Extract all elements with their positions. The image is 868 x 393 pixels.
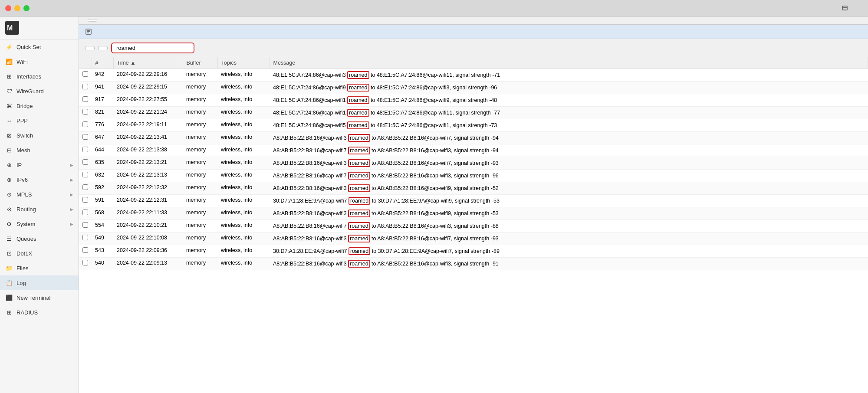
app-body: M ⚡Quick Set📶WiFi⊞Interfaces🛡WireGuard⌘B… xyxy=(0,16,868,393)
row-message: A8:AB:B5:22:B8:16@cap-wifi3 roamed to A8… xyxy=(270,157,868,170)
row-topics: wireless, info xyxy=(217,170,270,182)
row-num: 821 xyxy=(92,107,113,119)
row-checkbox[interactable] xyxy=(82,84,88,89)
row-message: A8:AB:B5:22:B8:16@cap-wifi3 roamed to A8… xyxy=(270,258,868,270)
row-checkbox[interactable] xyxy=(82,147,88,152)
row-checkbox[interactable] xyxy=(82,222,88,228)
sidebar-item-switch[interactable]: ⊠Switch xyxy=(0,128,79,143)
row-checkbox[interactable] xyxy=(82,235,88,240)
row-topics: wireless, info xyxy=(217,94,270,107)
table-row: 6322024-09-22 22:13:13memorywireless, in… xyxy=(79,170,868,182)
row-topics: wireless, info xyxy=(217,69,270,82)
sidebar-item-mpls[interactable]: ⊙MPLS▶ xyxy=(0,187,79,202)
row-message: A8:AB:B5:22:B8:16@cap-wifi3 roamed to A8… xyxy=(270,233,868,245)
col-header-buffer[interactable]: Buffer xyxy=(183,57,217,69)
row-num: 554 xyxy=(92,220,113,233)
sidebar-item-mesh[interactable]: ⊟Mesh xyxy=(0,143,79,157)
row-time: 2024-09-22 22:27:55 xyxy=(113,94,183,107)
row-topics: wireless, info xyxy=(217,132,270,144)
sidebar-item-wifi[interactable]: 📶WiFi xyxy=(0,54,79,69)
row-checkbox[interactable] xyxy=(82,260,88,265)
mpls-icon: ⊙ xyxy=(5,190,13,198)
row-message: A8:AB:B5:22:B8:16@cap-wifi3 roamed to A8… xyxy=(270,182,868,195)
queues-icon: ☰ xyxy=(5,235,13,242)
panel-header xyxy=(79,25,868,39)
row-num: 540 xyxy=(92,258,113,270)
row-message: A8:AB:B5:22:B8:16@cap-wifi7 roamed to A8… xyxy=(270,220,868,233)
sidebar-item-radius[interactable]: ⊞RADIUS xyxy=(0,305,79,320)
row-num: 549 xyxy=(92,233,113,245)
workspace-bar xyxy=(79,16,868,25)
sidebar-item-dot1x[interactable]: ⊡Dot1X xyxy=(0,246,79,261)
sidebar-item-quick-set[interactable]: ⚡Quick Set xyxy=(0,39,79,54)
radius-icon: ⊞ xyxy=(5,308,13,316)
sidebar-item-label-ip: IP xyxy=(16,162,22,168)
row-checkbox[interactable] xyxy=(82,184,88,190)
sidebar-item-ipv6[interactable]: ⊕IPv6▶ xyxy=(0,172,79,187)
sidebar-item-ip[interactable]: ⊕IP▶ xyxy=(0,157,79,172)
filter-field-dropdown[interactable] xyxy=(85,46,95,50)
row-time: 2024-09-22 22:12:32 xyxy=(113,182,183,195)
minimize-button[interactable] xyxy=(14,5,20,11)
row-buffer: memory xyxy=(183,94,217,107)
sidebar-item-new-terminal[interactable]: ⬛New Terminal xyxy=(0,290,79,305)
row-message: 30:D7:A1:28:EE:9A@cap-wifi7 roamed to 30… xyxy=(270,195,868,207)
sidebar-item-log[interactable]: 📋Log xyxy=(0,275,79,290)
roamed-highlight: roamed xyxy=(348,159,370,167)
roamed-highlight: roamed xyxy=(348,147,370,154)
row-message: 48:E1:5C:A7:24:86@cap-wifi1 roamed to 48… xyxy=(270,94,868,107)
row-checkbox[interactable] xyxy=(82,109,88,115)
sidebar-item-routing[interactable]: ⊗Routing▶ xyxy=(0,202,79,216)
maximize-button[interactable] xyxy=(23,5,30,11)
new-terminal-icon: ⬛ xyxy=(5,294,13,301)
routing-icon: ⊗ xyxy=(5,205,13,213)
sidebar-item-label-log: Log xyxy=(16,280,26,286)
col-header-num[interactable]: # xyxy=(92,57,113,69)
row-time: 2024-09-22 22:13:38 xyxy=(113,144,183,157)
col-header-message[interactable]: Message xyxy=(270,57,868,69)
row-buffer: memory xyxy=(183,132,217,144)
log-table-wrapper[interactable]: # Time ▲ Buffer Topics Message 9422024-0… xyxy=(79,57,868,393)
title-bar xyxy=(0,0,868,16)
table-row: 5922024-09-22 22:12:32memorywireless, in… xyxy=(79,182,868,195)
row-checkbox[interactable] xyxy=(82,96,88,102)
row-message: A8:AB:B5:22:B8:16@cap-wifi3 roamed to A8… xyxy=(270,207,868,220)
sidebar-item-interfaces[interactable]: ⊞Interfaces xyxy=(0,69,79,84)
row-checkbox[interactable] xyxy=(82,210,88,215)
row-topics: wireless, info xyxy=(217,220,270,233)
row-time: 2024-09-22 22:13:21 xyxy=(113,157,183,170)
sidebar-item-queues[interactable]: ☰Queues xyxy=(0,231,79,246)
log-icon: 📋 xyxy=(5,279,13,287)
sidebar-item-label-switch: Switch xyxy=(16,132,33,139)
row-checkbox[interactable] xyxy=(82,197,88,203)
roamed-highlight: roamed xyxy=(348,184,370,192)
interfaces-icon: ⊞ xyxy=(5,72,13,80)
sidebar-item-system[interactable]: ⚙System▶ xyxy=(0,216,79,231)
workspace-dropdown[interactable] xyxy=(88,19,97,22)
new-winbox-button[interactable] xyxy=(842,5,851,12)
row-time: 2024-09-22 22:10:21 xyxy=(113,220,183,233)
row-checkbox[interactable] xyxy=(82,159,88,165)
filter-operator-dropdown[interactable] xyxy=(98,46,108,50)
filter-search-input[interactable] xyxy=(111,43,194,53)
row-checkbox[interactable] xyxy=(82,247,88,253)
roamed-highlight: roamed xyxy=(348,134,370,142)
sidebar-item-bridge[interactable]: ⌘Bridge xyxy=(0,98,79,113)
row-num: 592 xyxy=(92,182,113,195)
close-button[interactable] xyxy=(5,5,11,11)
sidebar-item-wireguard[interactable]: 🛡WireGuard xyxy=(0,84,79,98)
row-checkbox[interactable] xyxy=(82,134,88,140)
row-time: 2024-09-22 22:29:16 xyxy=(113,69,183,82)
table-header-row: # Time ▲ Buffer Topics Message xyxy=(79,57,868,69)
roamed-highlight: roamed xyxy=(347,96,369,104)
roamed-highlight: roamed xyxy=(347,84,369,92)
sidebar-item-ppp[interactable]: ↔PPP xyxy=(0,113,79,128)
col-header-time[interactable]: Time ▲ xyxy=(113,57,183,69)
sidebar-item-label-queues: Queues xyxy=(16,236,36,242)
col-header-topics[interactable]: Topics xyxy=(217,57,270,69)
row-checkbox[interactable] xyxy=(82,71,88,77)
row-time: 2024-09-22 22:09:13 xyxy=(113,258,183,270)
row-checkbox[interactable] xyxy=(82,121,88,127)
row-checkbox[interactable] xyxy=(82,172,88,177)
sidebar-item-files[interactable]: 📁Files xyxy=(0,261,79,275)
